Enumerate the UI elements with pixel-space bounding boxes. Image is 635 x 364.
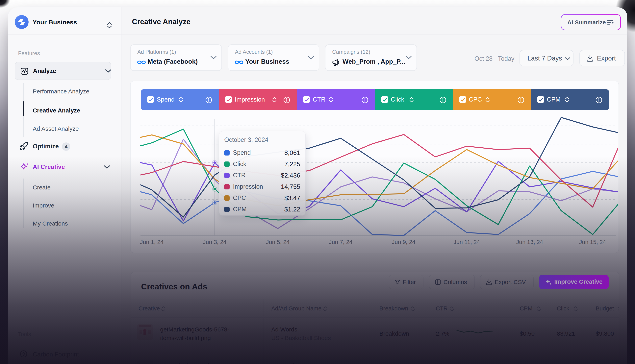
svg-text:Jun 1, 24: Jun 1, 24 <box>140 239 164 245</box>
svg-text:Jun 5, 24: Jun 5, 24 <box>266 239 290 245</box>
svg-text:Jun 11, 24: Jun 11, 24 <box>453 239 480 245</box>
svg-text:Jun 3, 24: Jun 3, 24 <box>203 239 226 245</box>
svg-text:Jun 9, 24: Jun 9, 24 <box>392 239 415 245</box>
svg-text:Jun 13, 24: Jun 13, 24 <box>516 239 543 245</box>
svg-text:Jun 15, 24: Jun 15, 24 <box>579 239 606 245</box>
svg-text:Jun 7, 24: Jun 7, 24 <box>329 239 352 245</box>
